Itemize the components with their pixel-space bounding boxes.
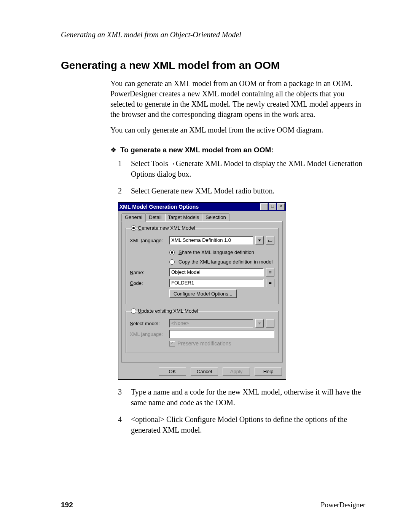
radio-icon xyxy=(169,259,175,265)
code-input[interactable]: FOLDER1 xyxy=(169,279,264,287)
xml-model-generation-options-dialog: XML Model Generation Options _ □ × Gener… xyxy=(118,202,286,380)
radio-update-existing[interactable]: Update existing XML Model xyxy=(130,308,199,314)
label-code: Code: xyxy=(130,280,167,286)
name-link-button[interactable]: = xyxy=(266,268,274,276)
step-4: 4 <optional> Click Configure Model Optio… xyxy=(118,414,365,435)
name-input[interactable]: Object Model xyxy=(169,268,264,276)
diamond-icon: ❖ xyxy=(110,146,116,154)
tab-strip: General Detail Target Models Selection xyxy=(121,213,283,221)
cancel-button[interactable]: Cancel xyxy=(191,367,218,375)
xml-language-readonly xyxy=(169,330,274,338)
dialog-titlebar[interactable]: XML Model Generation Options _ □ × xyxy=(118,203,286,211)
chevron-down-icon xyxy=(258,323,261,324)
tab-target-models[interactable]: Target Models xyxy=(165,213,203,221)
page-footer: 192 PowerDesigner xyxy=(61,501,365,509)
procedure-heading: ❖ To generate a new XML model from an OO… xyxy=(110,146,365,154)
group-update-existing: Update existing XML Model Select model: … xyxy=(126,308,279,353)
step-2: 2 Select Generate new XML Model radio bu… xyxy=(118,185,365,196)
label-name: Name: xyxy=(130,270,167,275)
help-button[interactable]: Help xyxy=(255,367,282,375)
intro-paragraph-1: You can generate an XML model from an OO… xyxy=(110,78,365,120)
combo-select-model: <None> xyxy=(169,319,253,328)
dialog-title: XML Model Generation Options xyxy=(119,204,260,210)
radio-icon xyxy=(169,250,175,255)
chevron-down-icon xyxy=(258,240,261,241)
configure-model-options-button[interactable]: Configure Model Options... xyxy=(169,289,237,298)
radio-icon xyxy=(131,308,136,314)
tab-general[interactable]: General xyxy=(121,213,146,222)
restore-button[interactable]: □ xyxy=(269,203,276,210)
step-1: 1 Select Tools→Generate XML Model to dis… xyxy=(118,158,365,179)
radio-copy-xml-lang[interactable]: Copy the XML language definition in mode… xyxy=(169,259,274,265)
tab-panel-general: Generate new XML Model XML language: XML… xyxy=(121,221,283,363)
ok-button[interactable]: OK xyxy=(159,367,186,375)
xml-language-browse-button[interactable]: ▭ xyxy=(266,236,274,244)
radio-generate-new[interactable]: Generate new XML Model xyxy=(130,225,196,231)
page-number: 192 xyxy=(61,501,73,509)
radio-icon xyxy=(131,225,136,231)
intro-paragraph-2: You can only generate an XML model from … xyxy=(110,125,365,135)
radio-share-xml-lang[interactable]: Share the XML language definition xyxy=(169,249,274,255)
tab-selection[interactable]: Selection xyxy=(202,213,229,221)
label-xml-language-2: XML language: xyxy=(130,331,167,337)
running-header: Generating an XML model from an Object-O… xyxy=(61,30,365,41)
section-title: Generating a new XML model from an OOM xyxy=(61,59,365,72)
label-xml-language: XML language: xyxy=(130,238,167,243)
tab-detail[interactable]: Detail xyxy=(145,213,165,221)
label-preserve-modifications: Preserve modifications xyxy=(177,340,231,347)
footer-brand: PowerDesigner xyxy=(321,501,365,509)
apply-button: Apply xyxy=(223,367,250,375)
procedure-title: To generate a new XML model from an OOM: xyxy=(120,146,274,154)
label-select-model: Select model: xyxy=(130,321,167,326)
group-generate-new: Generate new XML Model XML language: XML… xyxy=(126,225,279,304)
combo-xml-language[interactable]: XML Schema Definition 1.0 xyxy=(169,236,253,244)
step-3: 3 Type a name and a code for the new XML… xyxy=(118,387,365,408)
combo-xml-language-dropdown[interactable] xyxy=(255,236,264,244)
close-button[interactable]: × xyxy=(277,203,285,210)
code-link-button[interactable]: = xyxy=(266,279,274,287)
minimize-button[interactable]: _ xyxy=(260,203,268,210)
checkbox-preserve-modifications xyxy=(169,341,175,347)
select-model-browse-button xyxy=(266,319,274,328)
combo-select-model-dropdown xyxy=(255,319,264,328)
